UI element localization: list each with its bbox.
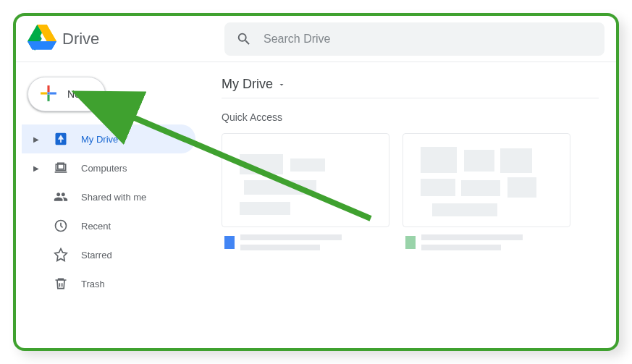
shared-icon <box>54 190 68 204</box>
sidebar-item-label: Shared with me <box>81 192 146 203</box>
quick-access-card[interactable] <box>222 133 389 258</box>
svg-rect-7 <box>50 92 56 94</box>
svg-marker-3 <box>28 41 56 49</box>
breadcrumb[interactable]: My Drive <box>222 71 599 98</box>
computers-icon <box>54 161 68 175</box>
card-meta <box>403 227 570 258</box>
nav-list: ▶ My Drive ▶ Computers ▶ <box>22 124 204 298</box>
sidebar-item-label: My Drive <box>81 134 118 145</box>
expand-icon[interactable]: ▶ <box>33 164 41 172</box>
star-icon <box>54 247 68 262</box>
sidebar-item-computers[interactable]: ▶ Computers <box>22 153 195 182</box>
sheets-icon <box>405 236 416 249</box>
sidebar-item-label: Computers <box>81 163 127 174</box>
card-thumbnail <box>222 133 389 227</box>
svg-rect-5 <box>47 94 49 101</box>
search-icon <box>236 31 252 47</box>
sidebar-item-label: Recent <box>81 221 111 232</box>
breadcrumb-label: My Drive <box>222 77 273 92</box>
drive-icon <box>54 132 68 146</box>
sidebar-item-starred[interactable]: ▶ Starred <box>22 240 195 269</box>
quick-access-title: Quick Access <box>222 111 599 123</box>
quick-access-card[interactable] <box>403 133 570 258</box>
app-frame: Drive New <box>13 13 619 351</box>
brand[interactable]: Drive <box>28 25 224 54</box>
drive-logo-icon <box>28 25 56 54</box>
chevron-down-icon <box>277 80 286 89</box>
sidebar-item-trash[interactable]: ▶ Trash <box>22 269 195 298</box>
new-button[interactable]: New <box>28 77 106 111</box>
svg-rect-8 <box>47 92 49 94</box>
sidebar: New ▶ My Drive ▶ Computers <box>16 62 204 348</box>
main: My Drive Quick Access <box>204 62 616 348</box>
card-thumbnail <box>403 133 570 227</box>
brand-name: Drive <box>62 30 99 48</box>
trash-icon <box>54 276 68 291</box>
new-button-label: New <box>67 88 88 100</box>
quick-access-cards <box>222 133 599 258</box>
header: Drive <box>16 16 616 62</box>
card-meta <box>222 227 389 258</box>
search-input[interactable] <box>264 33 593 46</box>
sidebar-item-shared[interactable]: ▶ Shared with me <box>22 182 195 211</box>
sidebar-item-my-drive[interactable]: ▶ My Drive <box>22 124 195 153</box>
sidebar-item-recent[interactable]: ▶ Recent <box>22 211 195 240</box>
recent-icon <box>54 219 68 233</box>
content: New ▶ My Drive ▶ Computers <box>16 62 616 348</box>
docs-icon <box>224 236 235 249</box>
search-box[interactable] <box>224 22 604 56</box>
expand-icon[interactable]: ▶ <box>33 135 41 143</box>
plus-icon <box>38 83 59 106</box>
sidebar-item-label: Starred <box>81 250 112 261</box>
svg-rect-4 <box>47 85 49 92</box>
svg-rect-6 <box>41 92 47 94</box>
sidebar-item-label: Trash <box>81 279 105 289</box>
